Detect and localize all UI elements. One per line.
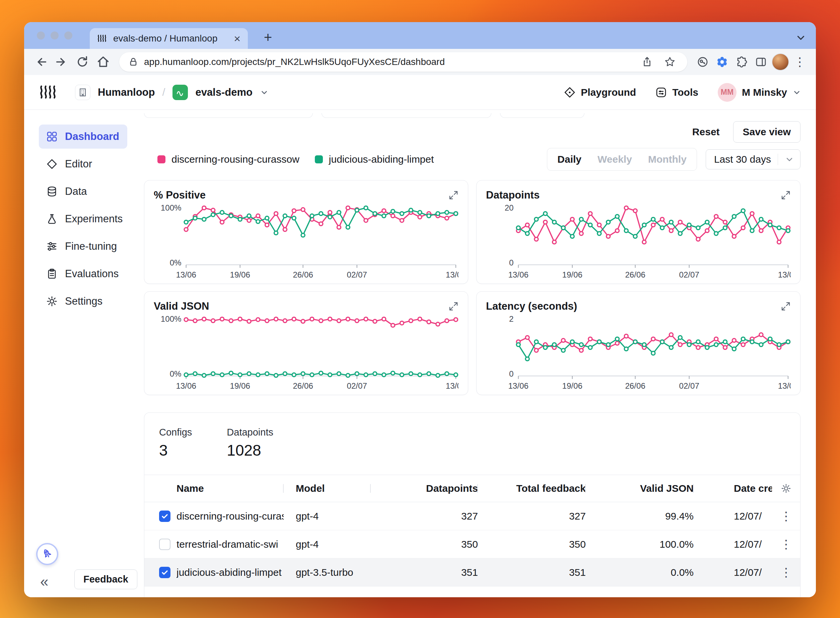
forward-icon[interactable] — [52, 53, 71, 71]
new-tab-button[interactable]: + — [260, 30, 275, 45]
svg-text:0: 0 — [509, 369, 513, 378]
sidebar-item-data[interactable]: Data — [39, 180, 127, 204]
charts-grid: % Positive 13/0619/0626/0602/0713/07100%… — [144, 180, 800, 395]
password-key-icon[interactable] — [694, 53, 711, 71]
browser-menu-icon[interactable]: ⋮ — [791, 53, 809, 71]
bookmark-star-icon[interactable] — [661, 53, 679, 71]
tools-button[interactable]: Tools — [656, 87, 698, 98]
table-row[interactable]: judicious-abiding-limpet gpt-3.5-turbo 3… — [144, 559, 800, 587]
svg-text:13/06: 13/06 — [176, 381, 196, 390]
expand-icon[interactable] — [781, 190, 791, 200]
configs-table-card: Configs 3 Datapoints 1028 Name Model Dat… — [144, 413, 800, 597]
humanloop-logo-icon[interactable] — [39, 85, 58, 100]
tab-favicon-humanloop-icon — [97, 34, 107, 43]
config-date-created: 12/07/ — [694, 567, 772, 578]
stat-value: 1028 — [227, 441, 273, 459]
close-window-button[interactable] — [37, 31, 45, 40]
breadcrumb: Humanloop / evals-demo — [75, 85, 269, 100]
config-name[interactable]: judicious-abiding-limpet — [177, 567, 284, 578]
url-text[interactable]: app.humanloop.com/projects/pr_NK2LwHslk5… — [144, 56, 633, 67]
granularity-daily[interactable]: Daily — [549, 150, 589, 168]
svg-text:2: 2 — [509, 314, 513, 323]
browser-tab[interactable]: evals-demo / Humanloop × — [90, 28, 248, 49]
expand-icon[interactable] — [781, 301, 791, 311]
account-menu[interactable]: MM M Minsky — [718, 83, 801, 102]
user-avatar: MM — [718, 83, 736, 102]
config-name[interactable]: terrestrial-dramatic-swi — [177, 539, 284, 550]
column-valid-json[interactable]: Valid JSON — [586, 483, 694, 494]
back-icon[interactable] — [31, 53, 50, 71]
legend-and-range-row: discerning-rousing-curassow judicious-ab… — [144, 148, 800, 171]
config-total-feedback: 350 — [478, 539, 586, 550]
config-valid-json: 0.0% — [586, 567, 694, 578]
table-settings-gear-icon[interactable] — [772, 483, 800, 494]
line-chart-datapoints: 13/0619/0626/0602/0713/07200 — [486, 202, 791, 281]
expand-icon[interactable] — [449, 190, 458, 200]
column-datapoints[interactable]: Datapoints — [371, 483, 478, 494]
granularity-weekly[interactable]: Weekly — [589, 150, 640, 168]
sidebar-collapse-button[interactable]: « — [40, 573, 48, 590]
svg-text:02/07: 02/07 — [679, 270, 699, 279]
tab-close-icon[interactable]: × — [234, 33, 241, 44]
app-body: Dashboard Editor Data Experiments — [24, 110, 816, 597]
row-checkbox[interactable] — [159, 567, 171, 578]
browser-profile-avatar[interactable] — [772, 53, 789, 71]
column-total-feedback[interactable]: Total feedback — [478, 483, 586, 494]
reset-button[interactable]: Reset — [692, 126, 720, 138]
stat-configs: Configs 3 — [159, 427, 192, 459]
project-icon[interactable] — [172, 85, 188, 100]
row-menu-icon[interactable]: ⋮ — [772, 510, 800, 522]
sidebar-item-dashboard[interactable]: Dashboard — [39, 125, 127, 149]
share-icon[interactable] — [638, 53, 656, 71]
sidebar-item-fine-tuning[interactable]: Fine-tuning — [39, 234, 127, 258]
sidebar-item-settings[interactable]: Settings — [39, 289, 127, 313]
svg-text:13/07: 13/07 — [778, 270, 791, 279]
row-checkbox[interactable] — [159, 539, 171, 550]
chart-card-datapoints: Datapoints 13/0619/0626/0602/0713/07200 — [476, 180, 800, 284]
sidebar-item-label: Editor — [65, 158, 92, 170]
row-menu-icon[interactable]: ⋮ — [772, 566, 800, 578]
breadcrumb-org[interactable]: Humanloop — [98, 86, 155, 98]
side-panel-icon[interactable] — [752, 53, 770, 71]
table-row[interactable]: terrestrial-dramatic-swi gpt-4 350 350 1… — [144, 530, 800, 559]
minimize-window-button[interactable] — [51, 31, 59, 40]
granularity-monthly[interactable]: Monthly — [640, 150, 695, 168]
extension-flower-icon[interactable] — [714, 53, 731, 71]
stat-datapoints: Datapoints 1028 — [227, 427, 273, 459]
feedback-button[interactable]: Feedback — [74, 569, 137, 589]
column-model[interactable]: Model — [284, 483, 371, 494]
sidebar-item-label: Dashboard — [65, 131, 119, 143]
legend-label: discerning-rousing-curassow — [171, 154, 299, 165]
org-building-icon[interactable] — [75, 85, 91, 100]
tools-sliders-icon — [656, 87, 667, 98]
column-date-created[interactable]: Date created — [694, 483, 772, 494]
expand-icon[interactable] — [449, 301, 458, 311]
breadcrumb-project[interactable]: evals-demo — [195, 86, 253, 98]
table-row[interactable]: discerning-rousing-curassow gpt-4 327 32… — [144, 502, 800, 530]
reload-icon[interactable] — [73, 53, 92, 71]
traffic-lights[interactable] — [37, 31, 72, 40]
playground-button[interactable]: Playground — [564, 87, 636, 98]
svg-text:19/06: 19/06 — [562, 270, 582, 279]
config-total-feedback: 327 — [478, 511, 586, 522]
row-checkbox[interactable] — [159, 511, 171, 522]
svg-text:02/07: 02/07 — [346, 270, 367, 279]
address-bar[interactable]: app.humanloop.com/projects/pr_NK2LwHslk5… — [119, 52, 687, 72]
config-name[interactable]: discerning-rousing-curassow — [177, 511, 284, 522]
partial-card — [144, 113, 313, 118]
tab-search-chevron-icon[interactable] — [796, 33, 806, 43]
column-name[interactable]: Name — [177, 483, 284, 494]
save-view-button[interactable]: Save view — [733, 121, 800, 143]
account-chevron-down-icon — [792, 88, 801, 97]
sidebar-item-editor[interactable]: Editor — [39, 152, 127, 176]
extensions-puzzle-icon[interactable] — [733, 53, 750, 71]
zoom-window-button[interactable] — [64, 31, 72, 40]
sidebar-item-experiments[interactable]: Experiments — [39, 207, 127, 231]
date-range-select[interactable]: Last 30 days — [706, 149, 800, 169]
sidebar-item-evaluations[interactable]: Evaluations — [39, 262, 127, 286]
home-icon[interactable] — [94, 53, 113, 71]
row-menu-icon[interactable]: ⋮ — [772, 538, 800, 550]
project-chevron-down-icon[interactable] — [260, 88, 269, 97]
sidebar: Dashboard Editor Data Experiments — [24, 110, 137, 597]
onboarding-rocket-button[interactable] — [36, 543, 58, 565]
